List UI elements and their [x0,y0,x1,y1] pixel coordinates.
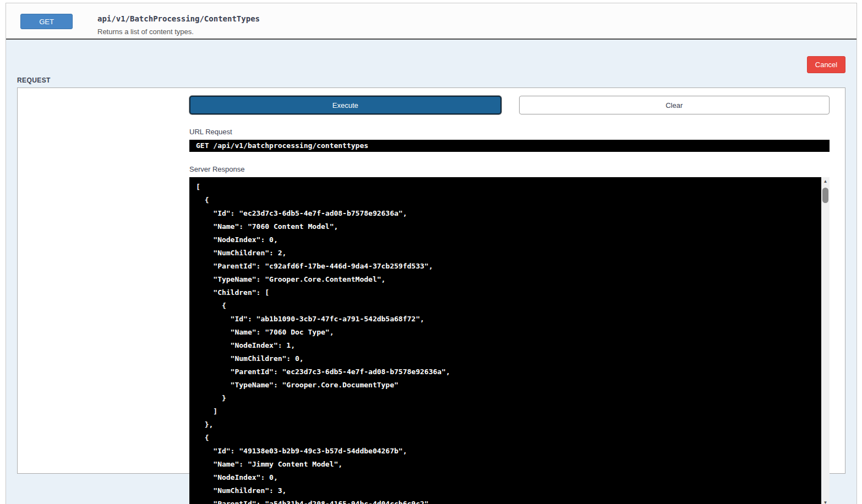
cancel-button[interactable]: Cancel [807,56,845,73]
endpoint-body: Cancel REQUEST Execute Clear URL Request… [6,40,856,503]
clear-button[interactable]: Clear [519,96,830,114]
url-request-label: URL Request [189,128,830,136]
get-method-badge[interactable]: GET [20,14,73,29]
server-response-body: [ { "Id": "ec23d7c3-6db5-4e7f-ad08-b7578… [189,177,821,504]
cancel-row: Cancel [17,40,845,73]
scroll-thumb[interactable] [822,188,828,203]
scroll-down-arrow-icon[interactable]: ▼ [821,498,830,504]
action-button-row: Execute Clear [189,96,830,114]
url-request-value: GET /api/v1/batchprocessing/contenttypes [189,140,830,152]
scroll-up-arrow-icon[interactable]: ▲ [821,177,830,186]
server-response-label: Server Response [189,165,830,173]
api-operation-block: GET api/v1/BatchProcessing/ContentTypes … [6,3,857,504]
endpoint-description: Returns a list of content types. [97,28,260,36]
server-response-block: [ { "Id": "ec23d7c3-6db5-4e7f-ad08-b7578… [189,177,830,504]
response-scrollbar[interactable]: ▲ ▼ [821,177,830,504]
execute-button[interactable]: Execute [189,96,501,114]
endpoint-info: api/v1/BatchProcessing/ContentTypes Retu… [97,14,260,36]
request-section-label: REQUEST [17,76,845,84]
endpoint-path: api/v1/BatchProcessing/ContentTypes [97,14,260,24]
request-panel: Execute Clear URL Request GET /api/v1/ba… [17,87,845,474]
endpoint-header: GET api/v1/BatchProcessing/ContentTypes … [6,3,856,40]
